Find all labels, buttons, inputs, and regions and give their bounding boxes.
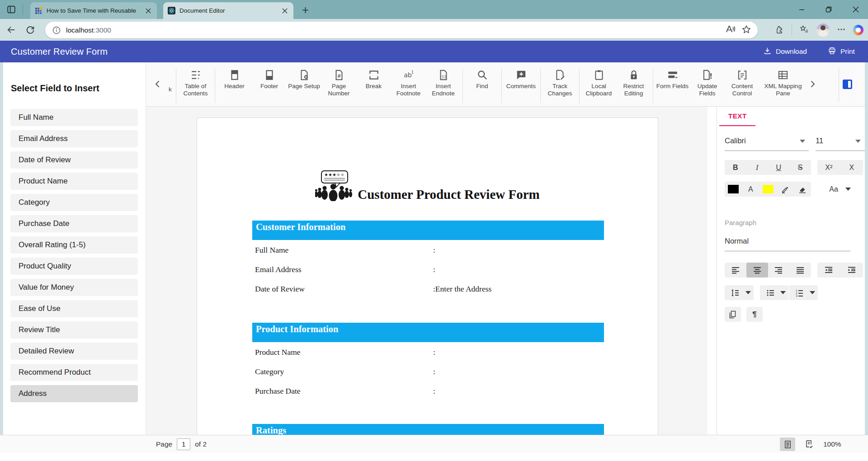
form-row-purchase-date[interactable]: Purchase Date: — [252, 381, 604, 400]
highlight-color-swatch[interactable] — [759, 182, 776, 197]
copy-format-button[interactable] — [725, 307, 741, 322]
print-button[interactable]: Print — [828, 41, 855, 62]
numbered-list-dropdown[interactable]: 123 — [789, 285, 818, 300]
toolbar-item-break[interactable]: Break — [356, 68, 391, 90]
sidebar-item-overall-rating-1-5[interactable]: Overall Rating (1-5) — [10, 236, 138, 254]
form-row-full-name[interactable]: Full Name: — [252, 240, 604, 259]
tab2-close-icon[interactable] — [281, 7, 289, 15]
toolbar-item-header[interactable]: Header — [217, 68, 252, 90]
increase-indent-icon[interactable] — [840, 263, 863, 278]
form-row-date-of-review[interactable]: Date of Review:Enter the Address — [252, 279, 604, 298]
page-indicator: Page 1 of 2 — [156, 435, 207, 453]
screen: How to Save Time with Reusable Document … — [0, 0, 868, 461]
toolbar-item-table-of-contents[interactable]: Table of Contents — [178, 68, 213, 98]
toolbar-scroll-right-icon[interactable] — [807, 79, 818, 89]
back-icon[interactable] — [6, 25, 16, 35]
favorite-star-icon[interactable] — [741, 24, 751, 36]
window-restore-button[interactable] — [823, 4, 835, 15]
sidebar-item-full-name[interactable]: Full Name — [10, 109, 138, 126]
sidebar-item-review-title[interactable]: Review Title — [10, 321, 138, 339]
browser-tab-1[interactable]: How to Save Time with Reusable — [30, 2, 157, 19]
font-color-button[interactable]: A — [742, 182, 759, 197]
sidebar-item-detailed-review[interactable]: Detailed Review — [10, 343, 138, 360]
toolbar-item-comments[interactable]: Comments — [504, 68, 538, 90]
tab-actions-icon[interactable] — [6, 5, 16, 14]
sidebar-item-category[interactable]: Category — [10, 194, 138, 211]
align-center-icon[interactable] — [746, 263, 768, 278]
align-justify-icon[interactable] — [789, 263, 811, 278]
tab-text[interactable]: TEXT — [728, 112, 747, 120]
download-button[interactable]: Download — [763, 41, 807, 62]
sidebar-item-date-of-review[interactable]: Date of Review — [10, 151, 138, 169]
toolbar-item-find[interactable]: Find — [465, 68, 500, 90]
clear-format-eraser-icon[interactable] — [794, 182, 811, 197]
document-canvas[interactable]: ★★★ ★★ — [146, 107, 708, 435]
subscript-button[interactable]: X — [840, 160, 863, 175]
strikethrough-button[interactable]: S — [789, 160, 811, 175]
window-minimize-button[interactable] — [796, 4, 807, 15]
bullet-list-icon — [760, 285, 780, 300]
zoom-level[interactable]: 100% — [823, 440, 841, 448]
site-info-icon[interactable] — [52, 26, 61, 34]
superscript-button[interactable]: X² — [817, 160, 840, 175]
toolbar-item-footer[interactable]: Footer — [252, 68, 287, 90]
underline-button[interactable]: U — [768, 160, 790, 175]
bullet-list-dropdown[interactable] — [760, 285, 788, 300]
toolbar-item-insert-footnote[interactable]: ab1Insert Footnote — [391, 68, 426, 98]
form-row-product-name[interactable]: Product Name: — [252, 342, 604, 362]
align-left-icon[interactable] — [725, 263, 746, 278]
new-tab-button[interactable] — [300, 5, 310, 15]
toolbar-item-page-setup[interactable]: Page Setup — [287, 68, 321, 90]
form-row-category[interactable]: Category: — [252, 362, 604, 381]
paragraph-style-dropdown[interactable]: Normal — [725, 237, 850, 251]
refresh-icon[interactable] — [25, 25, 35, 35]
highlight-pen-icon[interactable] — [777, 182, 794, 197]
extensions-icon[interactable] — [774, 24, 784, 36]
toolbar-item-page-number[interactable]: #Page Number — [321, 68, 356, 98]
window-close-button[interactable] — [850, 4, 862, 15]
toolbar-item-update-fields[interactable]: !Update Fields — [690, 68, 725, 98]
bold-button[interactable]: B — [725, 160, 746, 175]
restrict-editing-icon — [628, 69, 640, 81]
toolbar-item-restrict-editing[interactable]: Restrict Editing — [616, 68, 651, 98]
sidebar-item-email-address[interactable]: Email Address — [10, 130, 138, 147]
show-paragraph-marks-button[interactable]: ¶ — [746, 307, 763, 322]
sidebar-item-purchase-date[interactable]: Purchase Date — [10, 215, 138, 232]
line-spacing-dropdown[interactable] — [725, 285, 754, 300]
sidebar-item-product-name[interactable]: Product Name — [10, 173, 138, 190]
tab1-close-icon[interactable] — [144, 7, 152, 15]
sidebar-item-value-for-money[interactable]: Value for Money — [10, 279, 138, 296]
spellcheck-button[interactable] — [802, 437, 817, 451]
sidebar-item-address[interactable]: Address — [10, 385, 138, 402]
copilot-icon[interactable] — [853, 25, 863, 35]
toolbar-item-track-changes[interactable]: Track Changes — [542, 68, 577, 98]
url-bar[interactable]: localhost:3000 — [45, 22, 758, 38]
font-color-swatch[interactable] — [725, 182, 742, 197]
decrease-indent-icon[interactable] — [817, 263, 840, 278]
browser-menu-icon[interactable] — [837, 25, 846, 36]
toolbar-item-content-control[interactable]: Content Control — [725, 68, 760, 98]
collections-icon[interactable] — [799, 24, 809, 36]
font-size-dropdown[interactable]: 11 — [816, 136, 865, 151]
toolbar-item-insert-endnote[interactable]: [i]Insert Endnote — [426, 68, 461, 98]
document-page[interactable]: ★★★ ★★ — [197, 118, 658, 435]
sidebar-item-recommend-product[interactable]: Recommend Product — [10, 364, 138, 381]
browser-tab-2[interactable]: Document Editor — [163, 2, 293, 19]
italic-button[interactable]: I — [746, 160, 768, 175]
toolbar-item-local-clipboard[interactable]: Local Clipboard — [581, 68, 616, 98]
toolbar-item-label: Content Control — [725, 83, 760, 98]
read-aloud-icon[interactable] — [725, 24, 735, 36]
toolbar-scroll-left-icon[interactable] — [152, 79, 163, 89]
page-number-input[interactable]: 1 — [177, 438, 190, 450]
form-row-email-address[interactable]: Email Address: — [252, 259, 604, 279]
sidebar-item-product-quality[interactable]: Product Quality — [10, 258, 138, 275]
profile-avatar[interactable] — [816, 24, 830, 37]
fit-page-button[interactable] — [780, 437, 795, 451]
sidebar-item-ease-of-use[interactable]: Ease of Use — [10, 300, 138, 317]
properties-pane-toggle-icon[interactable] — [843, 80, 852, 89]
align-right-icon[interactable] — [768, 263, 790, 278]
font-family-dropdown[interactable]: Calibri — [725, 136, 809, 151]
change-case-dropdown[interactable]: Aa — [822, 182, 851, 197]
toolbar-item-xml-mapping-pane[interactable]: XML Mapping Pane — [760, 68, 807, 98]
toolbar-item-form-fields[interactable]: Form Fields — [655, 68, 690, 90]
